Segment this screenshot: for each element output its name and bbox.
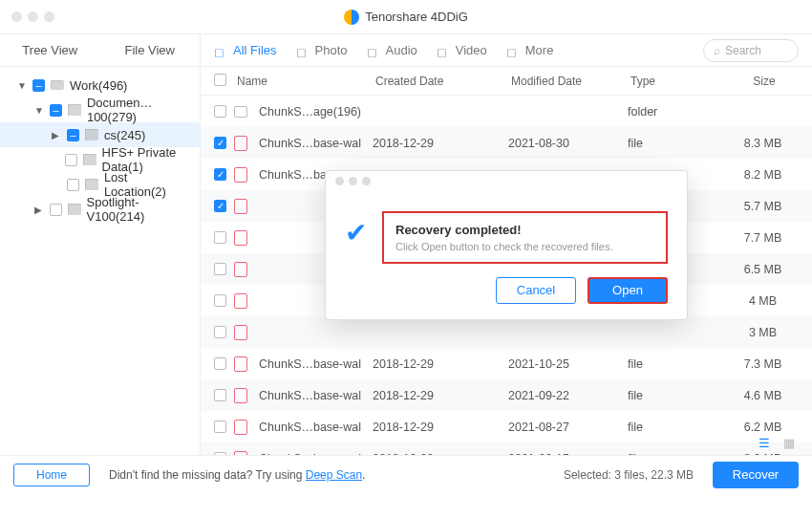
selection-status: Selected: 3 files, 22.3 MB [564, 468, 694, 482]
checkmark-icon: ✔ [345, 217, 367, 264]
tree-checkbox[interactable] [67, 129, 79, 141]
tree-label: Documen…100(279) [87, 96, 192, 124]
tree-checkbox[interactable] [32, 79, 45, 92]
tree-node[interactable]: ▶ cs(245) [0, 122, 200, 147]
tree-checkbox[interactable] [50, 104, 62, 117]
recover-button[interactable]: Recover [713, 462, 799, 488]
tree: ▼ Work(496)▼ Documen…100(279)▶ cs(245) H… [0, 67, 200, 455]
home-button[interactable]: Home [13, 464, 90, 486]
expand-arrow-icon[interactable]: ▶ [52, 130, 61, 140]
drive-icon [51, 80, 64, 90]
window-controls[interactable] [11, 11, 54, 22]
expand-arrow-icon[interactable]: ▶ [34, 205, 44, 215]
recovery-modal: ✔ Recovery completed! Click Open button … [325, 170, 688, 320]
folder-icon [68, 204, 81, 215]
titlebar: Tenorshare 4DDiG [0, 0, 812, 34]
modal-overlay: ✔ Recovery completed! Click Open button … [201, 34, 812, 455]
tree-checkbox[interactable] [65, 154, 77, 166]
folder-icon [85, 129, 98, 140]
content-area: ◻All Files◻Photo◻Audio◻Video◻More ⌕ Sear… [201, 34, 812, 455]
expand-arrow-icon[interactable]: ▼ [17, 80, 27, 91]
cancel-button[interactable]: Cancel [496, 277, 576, 304]
tree-node[interactable]: HFS+ Private Data(1) [0, 147, 200, 172]
tree-label: Work(496) [70, 78, 127, 93]
tree-label: cs(245) [104, 128, 145, 142]
modal-message: Recovery completed! Click Open button to… [382, 211, 668, 264]
folder-icon [68, 104, 81, 116]
app-logo-icon [344, 10, 359, 25]
tree-node[interactable]: ▶ Spotlight-V100(214) [0, 197, 200, 222]
footer: Home Didn't find the missing data? Try u… [0, 455, 812, 493]
deep-scan-link[interactable]: Deep Scan [306, 468, 362, 482]
tree-node[interactable]: ▼ Work(496) [0, 73, 200, 97]
modal-window-controls[interactable] [326, 171, 687, 192]
folder-icon [85, 179, 98, 190]
tree-node[interactable]: ▼ Documen…100(279) [0, 97, 200, 122]
tree-label: Spotlight-V100(214) [87, 195, 192, 224]
tree-checkbox[interactable] [50, 204, 62, 216]
sidebar: Tree View File View ▼ Work(496)▼ Documen… [0, 34, 201, 455]
open-button[interactable]: Open [588, 277, 668, 304]
deep-scan-hint: Didn't find the missing data? Try using … [109, 468, 365, 482]
tree-checkbox[interactable] [67, 179, 79, 191]
tab-tree-view[interactable]: Tree View [0, 34, 100, 66]
tree-node[interactable]: Lost Location(2) [0, 172, 200, 197]
expand-arrow-icon[interactable]: ▼ [34, 105, 44, 116]
folder-icon [83, 154, 96, 165]
tab-file-view[interactable]: File View [100, 34, 201, 66]
app-title: Tenorshare 4DDiG [344, 10, 468, 25]
